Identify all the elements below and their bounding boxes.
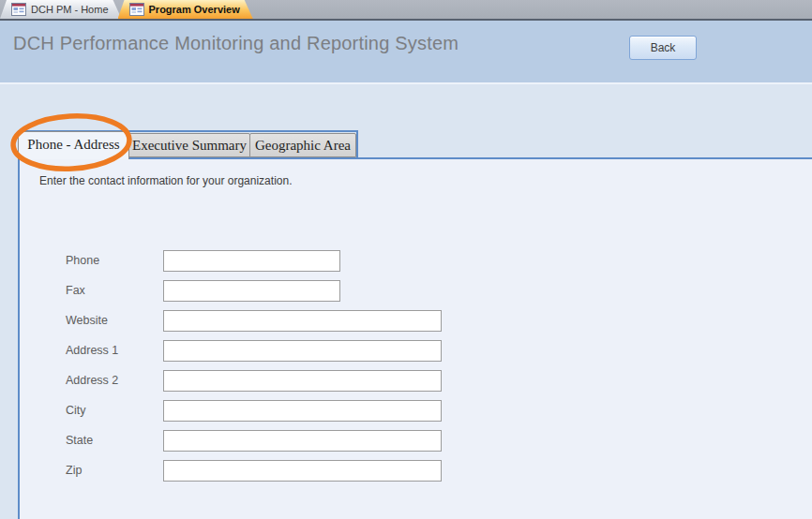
form-row: City <box>20 400 507 422</box>
address1-label: Address 1 <box>66 340 159 362</box>
form-row: Fax <box>20 280 507 302</box>
doc-tab-label: Program Overview <box>149 4 240 15</box>
form-row: Phone <box>20 250 507 272</box>
tab-strip-border-right <box>356 130 358 157</box>
document-tab-bar: DCH PM - Home Program Overview <box>0 0 812 21</box>
form-row: Address 1 <box>20 340 507 362</box>
state-input[interactable] <box>163 430 442 452</box>
fax-label: Fax <box>66 280 159 302</box>
form-row: Website <box>20 310 507 332</box>
city-input[interactable] <box>163 400 442 422</box>
form-icon <box>11 3 26 16</box>
tab-geographic-area[interactable]: Geographic Area <box>249 133 356 157</box>
address2-input[interactable] <box>163 370 442 392</box>
form-row: State <box>20 430 507 452</box>
back-button[interactable]: Back <box>629 36 697 60</box>
zip-label: Zip <box>66 460 159 482</box>
instruction-text: Enter the contact information for your o… <box>39 174 292 187</box>
phone-label: Phone <box>66 250 159 272</box>
tab-phone-address[interactable]: Phone - Address <box>18 131 129 159</box>
form-icon <box>129 3 144 16</box>
tab-page-phone-address: Enter the contact information for your o… <box>18 157 812 519</box>
website-label: Website <box>66 310 159 332</box>
page-title: DCH Performance Monitoring and Reporting… <box>13 33 459 54</box>
address2-label: Address 2 <box>66 370 159 392</box>
form-body: Phone - Address Executive Summary Geogra… <box>0 82 812 519</box>
fax-input[interactable] <box>163 280 340 302</box>
access-window: DCH PM - Home Program Overview DCH Perfo… <box>0 0 812 519</box>
phone-input[interactable] <box>163 250 340 272</box>
doc-tab-program-overview[interactable]: Program Overview <box>118 0 253 19</box>
tab-executive-summary[interactable]: Executive Summary <box>128 133 250 157</box>
form-row: Zip <box>20 460 507 482</box>
doc-tab-dch-pm-home[interactable]: DCH PM - Home <box>0 0 122 19</box>
form-row: Address 2 <box>20 370 507 392</box>
website-input[interactable] <box>163 310 442 332</box>
address1-input[interactable] <box>163 340 442 362</box>
doc-tab-label: DCH PM - Home <box>31 4 109 15</box>
city-label: City <box>66 400 159 422</box>
state-label: State <box>66 430 159 452</box>
zip-input[interactable] <box>163 460 442 482</box>
form-header: DCH Performance Monitoring and Reporting… <box>0 21 812 82</box>
